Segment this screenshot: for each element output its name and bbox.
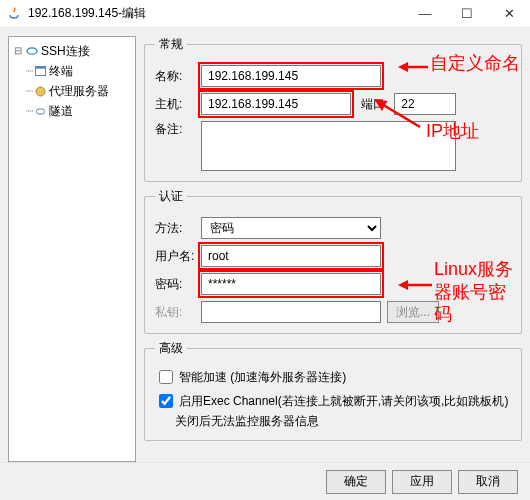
tree-item-terminal[interactable]: ┈ 终端 bbox=[11, 61, 133, 81]
group-advanced: 高级 智能加速 (加速海外服务器连接) 启用Exec Channel(若连接上就… bbox=[144, 340, 522, 441]
key-input bbox=[201, 301, 381, 323]
user-input[interactable] bbox=[201, 245, 381, 267]
exec-note: 关闭后无法监控服务器信息 bbox=[175, 413, 511, 430]
key-label: 私钥: bbox=[155, 304, 201, 321]
method-select[interactable]: 密码 bbox=[201, 217, 381, 239]
window-title: 192.168.199.145-编辑 bbox=[28, 5, 404, 22]
terminal-icon bbox=[33, 66, 47, 77]
method-label: 方法: bbox=[155, 220, 201, 237]
group-auth-legend: 认证 bbox=[155, 188, 187, 205]
collapse-icon[interactable]: ⊟ bbox=[11, 46, 25, 56]
port-label: 端口: bbox=[361, 96, 388, 113]
proxy-icon bbox=[33, 86, 47, 97]
tree-root-ssh[interactable]: ⊟ SSH连接 bbox=[11, 41, 133, 61]
svg-point-3 bbox=[36, 87, 45, 96]
smart-acceleration-box[interactable] bbox=[159, 370, 173, 384]
group-general: 常规 名称: 主机: 端口: 备注: bbox=[144, 36, 522, 182]
svg-rect-2 bbox=[35, 66, 45, 68]
group-auth: 认证 方法: 密码 用户名: 密码: 私钥: 浏览... bbox=[144, 188, 522, 334]
tree-item-tunnel[interactable]: ┈ 隧道 bbox=[11, 101, 133, 121]
group-advanced-legend: 高级 bbox=[155, 340, 187, 357]
name-label: 名称: bbox=[155, 68, 201, 85]
port-input[interactable] bbox=[394, 93, 456, 115]
tree-item-proxy[interactable]: ┈ 代理服务器 bbox=[11, 81, 133, 101]
tunnel-icon bbox=[33, 106, 47, 117]
host-label: 主机: bbox=[155, 96, 201, 113]
name-input[interactable] bbox=[201, 65, 381, 87]
host-input[interactable] bbox=[201, 93, 351, 115]
svg-point-0 bbox=[27, 48, 37, 54]
window-maximize-button[interactable]: ☐ bbox=[446, 0, 488, 27]
smart-acceleration-checkbox[interactable]: 智能加速 (加速海外服务器连接) bbox=[155, 367, 511, 387]
pass-label: 密码: bbox=[155, 276, 201, 293]
svg-rect-4 bbox=[36, 109, 44, 114]
pass-input[interactable] bbox=[201, 273, 381, 295]
browse-button: 浏览... bbox=[387, 301, 439, 323]
window-minimize-button[interactable]: — bbox=[404, 0, 446, 27]
titlebar: 192.168.199.145-编辑 — ☐ ✕ bbox=[0, 0, 530, 28]
java-icon bbox=[6, 6, 22, 22]
apply-button[interactable]: 应用 bbox=[392, 470, 452, 494]
remark-label: 备注: bbox=[155, 121, 201, 138]
remark-input[interactable] bbox=[201, 121, 456, 171]
ok-button[interactable]: 确定 bbox=[326, 470, 386, 494]
connection-tree[interactable]: ⊟ SSH连接 ┈ 终端 ┈ 代理服务器 ┈ 隧道 bbox=[8, 36, 136, 462]
dialog-button-bar: 确定 应用 取消 bbox=[0, 462, 530, 500]
user-label: 用户名: bbox=[155, 248, 201, 265]
ssh-icon bbox=[25, 45, 39, 57]
group-general-legend: 常规 bbox=[155, 36, 187, 53]
exec-channel-box[interactable] bbox=[159, 394, 173, 408]
exec-channel-checkbox[interactable]: 启用Exec Channel(若连接上就被断开,请关闭该项,比如跳板机) bbox=[155, 391, 511, 411]
cancel-button[interactable]: 取消 bbox=[458, 470, 518, 494]
settings-panel: 常规 名称: 主机: 端口: 备注: 认证 方法: 密码 bbox=[144, 36, 522, 462]
window-close-button[interactable]: ✕ bbox=[488, 0, 530, 27]
